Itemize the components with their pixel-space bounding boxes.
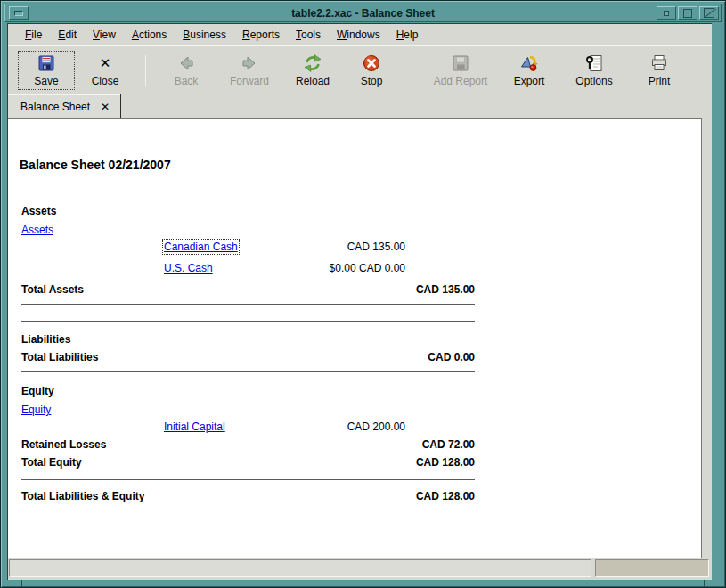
initial-capital-amount: CAD 200.00: [347, 421, 405, 433]
us-cash-amount: $0.00 CAD 0.00: [330, 262, 405, 274]
arrow-right-icon: [240, 53, 259, 73]
total-liabilities-label: Total Liabilities: [21, 351, 98, 363]
us-cash-account-link[interactable]: U.S. Cash: [164, 262, 213, 274]
status-message-panel: [9, 559, 591, 577]
canadian-cash-account-link[interactable]: Canadian Cash: [164, 241, 238, 253]
close-button[interactable]: ✕ Close: [76, 50, 135, 91]
save-button-label: Save: [34, 75, 58, 87]
stop-button-label: Stop: [361, 75, 383, 87]
print-button-label: Print: [649, 75, 671, 87]
equity-heading: Equity: [21, 385, 475, 400]
total-liabilities-equity-amount: CAD 128.00: [416, 490, 475, 502]
stop-button[interactable]: Stop: [342, 50, 401, 91]
reload-button-label: Reload: [296, 75, 330, 87]
rule: [21, 479, 475, 480]
window-close-button[interactable]: [699, 6, 719, 20]
canadian-cash-amount: CAD 135.00: [347, 241, 405, 253]
add-report-button-label: Add Report: [434, 75, 488, 87]
export-button-label: Export: [514, 75, 545, 87]
resize-grip-right[interactable]: [704, 580, 705, 587]
window-menu-icon: [14, 11, 23, 16]
menu-edit[interactable]: Edit: [50, 26, 85, 44]
assets-account-link[interactable]: Assets: [21, 224, 53, 236]
progress-panel: [595, 559, 709, 577]
export-shapes-icon: [519, 53, 539, 73]
toolbar-separator: [145, 55, 146, 86]
window-title: table2.2.xac - Balance Sheet: [5, 7, 721, 20]
window-close-icon: [704, 8, 714, 18]
back-button[interactable]: Back: [157, 50, 216, 91]
toolbar: Save ✕ Close Back: [8, 45, 712, 94]
options-button[interactable]: Options: [560, 50, 628, 91]
total-assets-amount: CAD 135.00: [416, 283, 475, 296]
equity-account-link[interactable]: Equity: [21, 404, 51, 416]
menubar: File Edit View Actions Business Reports …: [8, 24, 712, 45]
maximize-icon: [683, 9, 692, 18]
floppy-add-report-icon: [451, 53, 470, 73]
rule: [21, 321, 475, 322]
menu-help[interactable]: Help: [388, 26, 427, 44]
options-wrench-icon: [584, 53, 604, 73]
resize-grip-left[interactable]: [21, 580, 22, 587]
rule: [21, 304, 475, 305]
floppy-save-icon: [37, 53, 56, 73]
tab-label: Balance Sheet: [20, 101, 90, 113]
total-liabilities-amount: CAD 0.00: [428, 351, 475, 363]
minimize-button[interactable]: [657, 6, 676, 20]
scrollbar-gutter: [702, 118, 712, 558]
forward-button[interactable]: Forward: [216, 50, 283, 91]
close-button-label: Close: [92, 75, 119, 87]
print-button[interactable]: Print: [628, 50, 690, 91]
tab-close-icon[interactable]: ✕: [101, 102, 110, 112]
toolbar-separator: [412, 55, 412, 86]
menu-tools[interactable]: Tools: [288, 26, 329, 44]
total-liabilities-equity-label: Total Liabilities & Equity: [21, 490, 144, 502]
assets-heading: Assets: [21, 205, 475, 220]
back-button-label: Back: [175, 75, 199, 87]
menu-file[interactable]: File: [17, 26, 50, 44]
options-button-label: Options: [575, 75, 612, 87]
total-assets-label: Total Assets: [21, 283, 84, 296]
close-x-icon: ✕: [100, 53, 111, 73]
rule: [21, 371, 475, 372]
reload-button[interactable]: Reload: [283, 50, 342, 91]
printer-icon: [649, 53, 669, 73]
total-equity-label: Total Equity: [21, 456, 82, 469]
menu-reports[interactable]: Reports: [234, 26, 288, 44]
tabstrip: Balance Sheet ✕: [8, 94, 712, 118]
report-view: Balance Sheet 02/21/2007 Assets Assets C…: [8, 118, 702, 558]
tab-balance-sheet[interactable]: Balance Sheet ✕: [8, 94, 121, 118]
menu-actions[interactable]: Actions: [124, 26, 175, 44]
save-button[interactable]: Save: [17, 50, 76, 91]
statusbar: [8, 558, 712, 580]
retained-losses-label: Retained Losses: [21, 438, 106, 451]
forward-button-label: Forward: [230, 75, 269, 87]
refresh-arrows-icon: [303, 53, 322, 73]
minimize-icon: [664, 11, 669, 16]
menu-windows[interactable]: Windows: [329, 26, 388, 44]
stop-circle-icon: [362, 53, 381, 73]
arrow-left-icon: [176, 53, 196, 73]
menu-view[interactable]: View: [85, 26, 124, 44]
menu-business[interactable]: Business: [175, 26, 234, 44]
report-title: Balance Sheet 02/21/2007: [20, 158, 473, 173]
initial-capital-account-link[interactable]: Initial Capital: [164, 421, 225, 433]
window-frame: table2.2.xac - Balance Sheet File Edit V…: [0, 0, 726, 588]
titlebar[interactable]: table2.2.xac - Balance Sheet: [4, 4, 722, 22]
maximize-button[interactable]: [678, 6, 697, 20]
client-area: File Edit View Actions Business Reports …: [7, 23, 712, 580]
window-menu-button[interactable]: [9, 6, 29, 20]
retained-losses-amount: CAD 72.00: [422, 438, 475, 451]
liabilities-heading: Liabilities: [21, 333, 475, 348]
export-button[interactable]: Export: [498, 50, 560, 91]
add-report-button[interactable]: Add Report: [423, 50, 498, 91]
total-equity-amount: CAD 128.00: [416, 456, 475, 469]
